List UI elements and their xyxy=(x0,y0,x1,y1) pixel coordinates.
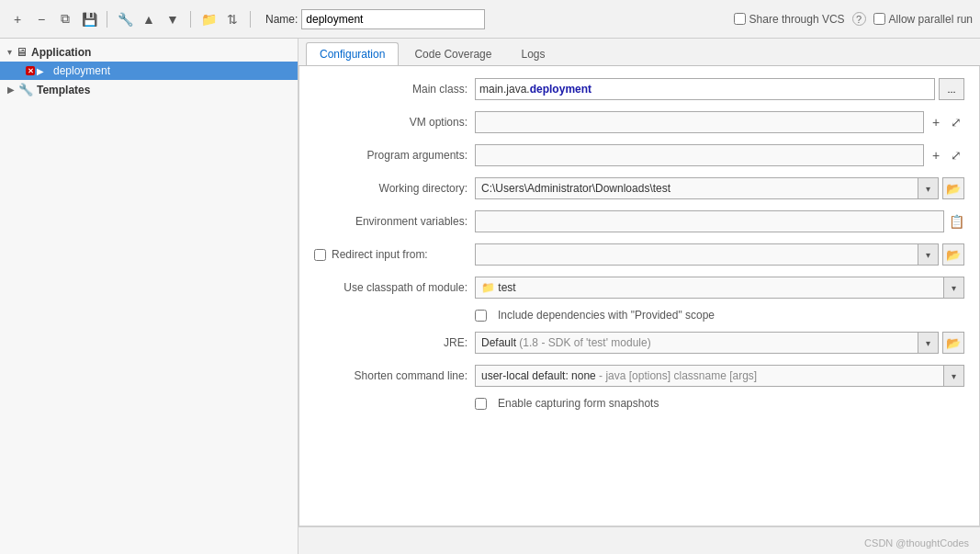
separator-1 xyxy=(107,11,107,28)
program-args-plus-icon[interactable]: + xyxy=(928,147,944,164)
application-label: Application xyxy=(31,46,91,59)
redirect-arrow: ▾ xyxy=(918,244,938,265)
vm-options-expand-icon[interactable]: ⤢ xyxy=(948,114,964,130)
enable-snapshots-checkbox[interactable] xyxy=(475,398,487,410)
include-dependencies-row: Include dependencies with "Provided" sco… xyxy=(314,309,964,322)
main-class-prefix: main.java. xyxy=(479,83,530,96)
sort-button[interactable]: ⇅ xyxy=(222,9,242,29)
redirect-text: Redirect input from: xyxy=(332,248,428,261)
shorten-detail-text: - java [options] classname [args] xyxy=(596,369,757,382)
enable-snapshots-text: Enable capturing form snapshots xyxy=(498,397,659,410)
working-dir-browse-button[interactable]: 📂 xyxy=(942,177,964,199)
shorten-cmd-row: Shorten command line: user-local default… xyxy=(314,364,964,388)
classpath-module-value: 📁 test xyxy=(476,279,943,296)
program-args-expand-icon[interactable]: ⤢ xyxy=(948,147,964,164)
env-vars-field: 📋 xyxy=(475,210,964,232)
vm-options-plus-icon[interactable]: + xyxy=(928,114,944,130)
move-down-button[interactable]: ▼ xyxy=(163,9,183,29)
share-vcs-checkbox[interactable] xyxy=(734,13,746,25)
working-dir-row: Working directory: C:\Users\Administrato… xyxy=(314,176,964,200)
classpath-module-arrow: ▾ xyxy=(943,277,963,298)
remove-button[interactable]: − xyxy=(31,9,51,29)
jre-label: JRE: xyxy=(314,336,475,349)
tab-code-coverage[interactable]: Code Coverage xyxy=(400,42,505,65)
main-container: ▾ 🖥 Application ✕ deployment ▶ 🔧 Templat… xyxy=(0,39,980,554)
main-class-input-container[interactable]: main.java.deployment xyxy=(475,78,935,100)
shorten-cmd-label: Shorten command line: xyxy=(314,369,475,382)
classpath-module-label: Use classpath of module: xyxy=(314,281,475,294)
config-content: Main class: main.java.deployment ... VM … xyxy=(299,66,980,526)
vm-options-input[interactable] xyxy=(476,114,923,130)
tab-logs[interactable]: Logs xyxy=(507,42,558,65)
toolbar: + − ⧉ 💾 🔧 ▲ ▼ 📁 ⇅ Name: Share through VC… xyxy=(0,0,980,39)
sidebar-item-application[interactable]: ▾ 🖥 Application xyxy=(0,42,298,62)
tab-configuration[interactable]: Configuration xyxy=(306,42,399,65)
main-class-browse-button[interactable]: ... xyxy=(939,78,964,100)
main-class-bold: deployment xyxy=(530,83,591,96)
application-icon: 🖥 xyxy=(16,45,28,59)
help-button[interactable]: ? xyxy=(852,12,866,26)
run-icon xyxy=(37,64,50,77)
sidebar-section-application: ▾ 🖥 Application ✕ deployment ▶ 🔧 Templat… xyxy=(0,42,298,99)
allow-parallel-checkbox[interactable] xyxy=(873,13,885,25)
working-dir-label: Working directory: xyxy=(314,182,475,195)
program-args-input[interactable] xyxy=(476,147,923,164)
shorten-cmd-arrow: ▾ xyxy=(943,366,963,386)
allow-parallel-label[interactable]: Allow parallel run xyxy=(873,13,973,26)
shorten-cmd-field: user-local default: none - java [options… xyxy=(475,365,964,387)
separator-3 xyxy=(250,11,251,28)
bottom-bar: CSDN @thoughtCodes xyxy=(299,526,980,554)
separator-2 xyxy=(190,11,191,28)
shorten-value-text: user-local default: none xyxy=(481,369,596,382)
classpath-module-field: 📁 test ▾ xyxy=(475,277,964,299)
include-dependencies-label[interactable]: Include dependencies with "Provided" sco… xyxy=(475,309,715,322)
include-dependencies-text: Include dependencies with "Provided" sco… xyxy=(498,309,715,322)
include-dependencies-checkbox[interactable] xyxy=(475,310,487,322)
folder-button[interactable]: 📁 xyxy=(198,9,219,29)
error-badge: ✕ xyxy=(26,66,35,75)
jre-arrow: ▾ xyxy=(918,333,938,353)
name-input[interactable] xyxy=(301,9,485,29)
env-vars-copy-icon[interactable]: 📋 xyxy=(948,213,964,230)
jre-dropdown[interactable]: Default (1.8 - SDK of 'test' module) ▾ xyxy=(475,332,939,354)
vm-options-field: + ⤢ xyxy=(475,111,964,133)
arrow-right-icon: ▶ xyxy=(7,85,15,95)
sidebar-item-templates[interactable]: ▶ 🔧 Templates xyxy=(0,80,298,99)
share-vcs-text: Share through VCS xyxy=(749,13,845,26)
arrow-down-icon: ▾ xyxy=(7,47,12,57)
env-vars-row: Environment variables: 📋 xyxy=(314,209,964,233)
redirect-dropdown[interactable]: ▾ xyxy=(475,243,939,266)
redirect-checkbox-label[interactable]: Redirect input from: xyxy=(314,248,467,261)
shorten-cmd-dropdown[interactable]: user-local default: none - java [options… xyxy=(475,365,964,387)
working-dir-arrow: ▾ xyxy=(918,178,938,198)
redirect-field: ▾ 📂 xyxy=(475,243,964,266)
toolbar-right: Share through VCS ? Allow parallel run xyxy=(734,12,973,26)
add-button[interactable]: + xyxy=(7,9,28,29)
working-dir-field: C:\Users\Administrator\Downloads\test ▾ … xyxy=(475,177,964,199)
shorten-cmd-value: user-local default: none - java [options… xyxy=(476,367,943,384)
share-vcs-label[interactable]: Share through VCS xyxy=(734,13,845,26)
redirect-browse-button[interactable]: 📂 xyxy=(942,243,964,266)
move-up-button[interactable]: ▲ xyxy=(139,9,159,29)
copy-button[interactable]: ⧉ xyxy=(55,9,75,29)
wrench-button[interactable]: 🔧 xyxy=(115,9,135,29)
jre-detail-text: (1.8 - SDK of 'test' module) xyxy=(516,336,651,349)
redirect-checkbox[interactable] xyxy=(314,249,326,261)
env-vars-input[interactable] xyxy=(476,213,943,230)
main-class-label: Main class: xyxy=(314,83,475,96)
enable-snapshots-row: Enable capturing form snapshots xyxy=(314,397,964,410)
env-vars-input-container xyxy=(475,210,944,232)
jre-value: Default (1.8 - SDK of 'test' module) xyxy=(476,334,918,351)
redirect-input-row: Redirect input from: ▾ 📂 xyxy=(314,243,964,266)
env-vars-label: Environment variables: xyxy=(314,215,475,228)
program-args-label: Program arguments: xyxy=(314,149,475,162)
working-dir-dropdown[interactable]: C:\Users\Administrator\Downloads\test ▾ xyxy=(475,177,939,199)
classpath-module-dropdown[interactable]: 📁 test ▾ xyxy=(475,277,964,299)
jre-browse-button[interactable]: 📂 xyxy=(942,332,964,354)
enable-snapshots-label[interactable]: Enable capturing form snapshots xyxy=(475,397,659,410)
main-class-field: main.java.deployment ... xyxy=(475,78,964,100)
redirect-input-label: Redirect input from: xyxy=(314,248,475,261)
save-button[interactable]: 💾 xyxy=(79,9,99,29)
program-args-field: + ⤢ xyxy=(475,144,964,166)
sidebar-item-deployment[interactable]: ✕ deployment xyxy=(0,62,298,80)
